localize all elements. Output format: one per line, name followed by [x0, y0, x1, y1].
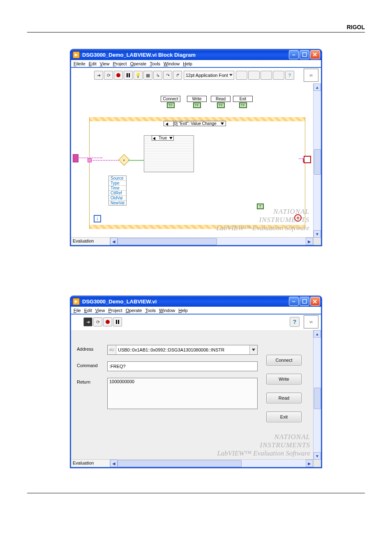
vertical-scrollbar[interactable]: ▲ ▼	[313, 330, 321, 460]
run-continuous-button[interactable]: ⟳	[104, 71, 113, 80]
event-case-selector[interactable]: [0] "Exit": Value Change	[164, 121, 226, 126]
retain-wire-button[interactable]: ▦	[143, 71, 152, 80]
row-address: Address I/O USB0::0x1AB1::0x0992::DSG3A1…	[71, 341, 263, 355]
step-into-button[interactable]: ↳	[153, 71, 162, 80]
scroll-up-button[interactable]: ▲	[314, 83, 321, 91]
horizontal-scrollbar[interactable]: ◀ ▶	[110, 460, 313, 467]
menu-view[interactable]: View	[100, 61, 110, 66]
menu-view[interactable]: View	[95, 308, 105, 313]
menubar[interactable]: File Edit View Project Operate Tools Win…	[70, 307, 322, 314]
scroll-down-button[interactable]: ▼	[314, 452, 321, 460]
scroll-left-button[interactable]: ◀	[110, 460, 118, 467]
context-help-button[interactable]: ?	[290, 317, 300, 327]
menu-help[interactable]: Help	[183, 61, 192, 66]
minimize-button[interactable]: –	[289, 297, 299, 306]
abort-button[interactable]	[114, 71, 123, 80]
menu-operate[interactable]: Operate	[126, 308, 142, 313]
menu-edit[interactable]: Edit	[84, 308, 92, 313]
scroll-left-button[interactable]: ◀	[110, 238, 118, 245]
wire-inside	[91, 160, 120, 161]
window-icon: ▶	[73, 51, 80, 58]
indicator-terminal	[304, 156, 311, 163]
status-bar: Evaluation ◀ ▶	[71, 237, 321, 245]
hscroll-thumb[interactable]	[118, 460, 242, 467]
client-area: Address I/O USB0::0x1AB1::0x0992::DSG3A1…	[70, 330, 322, 468]
align-menu[interactable]	[236, 71, 247, 80]
scroll-right-button[interactable]: ▶	[306, 238, 313, 245]
menu-file[interactable]: File	[74, 308, 81, 313]
close-button[interactable]: ✕	[310, 297, 320, 306]
vscroll-thumb[interactable]	[314, 149, 321, 175]
boolean-constant: T	[257, 204, 264, 209]
resize-grip[interactable]	[313, 460, 321, 467]
read-button[interactable]: Read	[266, 393, 302, 403]
reorder-menu[interactable]	[261, 71, 272, 80]
titlebar[interactable]: ▶ DSG3000_Demo_LABVIEW.vi Block Diagram …	[70, 49, 322, 60]
scroll-down-button[interactable]: ▼	[314, 230, 321, 238]
menu-operate[interactable]: Operate	[130, 61, 147, 66]
menu-edit[interactable]: Edit	[89, 61, 97, 66]
vertical-scrollbar[interactable]: ▲ ▼	[313, 83, 321, 238]
block-diagram-canvas[interactable]: Connect TF Write TF Read TF Exit TF	[71, 83, 314, 237]
resize-grip[interactable]	[313, 238, 321, 245]
node-write: Write TF	[187, 96, 207, 108]
minimize-button[interactable]: –	[289, 50, 299, 59]
brand-label: RIGOL	[27, 24, 365, 30]
window-front-panel: ▶ DSG3000_Demo_LABVIEW.vi – ☐ ✕ File Edi…	[70, 296, 322, 468]
vi-icon[interactable]: VI	[304, 69, 318, 82]
toolbar: ➔ ⟳ 💡 ▦ ↳ ↷ ↱ 12pt Application Font ? VI	[70, 68, 322, 83]
horizontal-scrollbar[interactable]: ◀ ▶	[110, 238, 313, 245]
vscroll-thumb[interactable]	[314, 388, 321, 409]
scroll-up-button[interactable]: ▲	[314, 330, 321, 338]
front-panel-canvas[interactable]: Address I/O USB0::0x1AB1::0x0992::DSG3A1…	[71, 330, 314, 459]
abort-button[interactable]	[103, 317, 112, 326]
run-continuous-button[interactable]: ⟳	[93, 317, 102, 326]
menubar[interactable]: FileFileile Edit View Project Operate To…	[70, 60, 322, 68]
wire-out	[299, 158, 304, 159]
command-label: Command	[77, 361, 103, 368]
connect-button[interactable]: Connect	[266, 355, 302, 365]
menu-project[interactable]: Project	[113, 61, 127, 66]
distribute-menu[interactable]	[248, 71, 260, 80]
run-button[interactable]: ➔	[83, 317, 92, 326]
node-exit: Exit TF	[233, 96, 253, 108]
write-button[interactable]: Write	[266, 374, 302, 384]
pause-button[interactable]	[113, 317, 122, 326]
window-title: DSG3000_Demo_LABVIEW.vi	[82, 298, 288, 305]
node-read: Read TF	[211, 96, 231, 108]
menu-help[interactable]: Help	[178, 308, 188, 313]
menu-window[interactable]: Window	[164, 61, 180, 66]
menu-tools[interactable]: Tools	[150, 61, 160, 66]
context-help-button[interactable]: ?	[285, 71, 294, 80]
menu-project[interactable]: Project	[108, 308, 122, 313]
case-selector[interactable]: True	[152, 135, 174, 141]
address-combo[interactable]: I/O USB0::0x1AB1::0x0992::DSG3A130108000…	[107, 345, 258, 355]
exit-button[interactable]: Exit	[266, 412, 302, 422]
pause-button[interactable]	[124, 71, 133, 80]
scroll-right-button[interactable]: ▶	[306, 460, 313, 467]
maximize-button[interactable]: ☐	[300, 50, 309, 59]
status-label: Evaluation	[71, 460, 110, 467]
highlight-exec-button[interactable]: 💡	[134, 71, 143, 80]
close-button[interactable]: ✕	[310, 50, 320, 59]
loop-iteration-terminal: i	[94, 215, 101, 222]
visa-icon: I/O	[108, 345, 116, 354]
menu-tools[interactable]: Tools	[145, 308, 156, 313]
run-button[interactable]: ➔	[94, 71, 103, 80]
command-input[interactable]: :FREQ?	[107, 361, 258, 371]
status-bar: Evaluation ◀ ▶	[71, 459, 321, 467]
menu-window[interactable]: Window	[159, 308, 175, 313]
vi-icon[interactable]: VI	[304, 315, 318, 328]
step-out-button[interactable]: ↱	[173, 71, 182, 80]
hscroll-thumb[interactable]	[118, 238, 217, 245]
maximize-button[interactable]: ☐	[300, 297, 309, 306]
event-structure: [0] "Exit": Value Change True ▸	[89, 117, 305, 229]
header-rule	[27, 32, 365, 32]
step-over-button[interactable]: ↷	[163, 71, 172, 80]
font-selector[interactable]: 12pt Application Font	[184, 71, 234, 80]
titlebar[interactable]: ▶ DSG3000_Demo_LABVIEW.vi – ☐ ✕	[70, 296, 322, 307]
toolbar: ➔ ⟳ ? VI	[70, 314, 322, 330]
chevron-down-icon[interactable]	[249, 345, 257, 354]
menu-file[interactable]: FileFileile	[74, 61, 85, 66]
cleanup-button[interactable]	[273, 71, 284, 80]
